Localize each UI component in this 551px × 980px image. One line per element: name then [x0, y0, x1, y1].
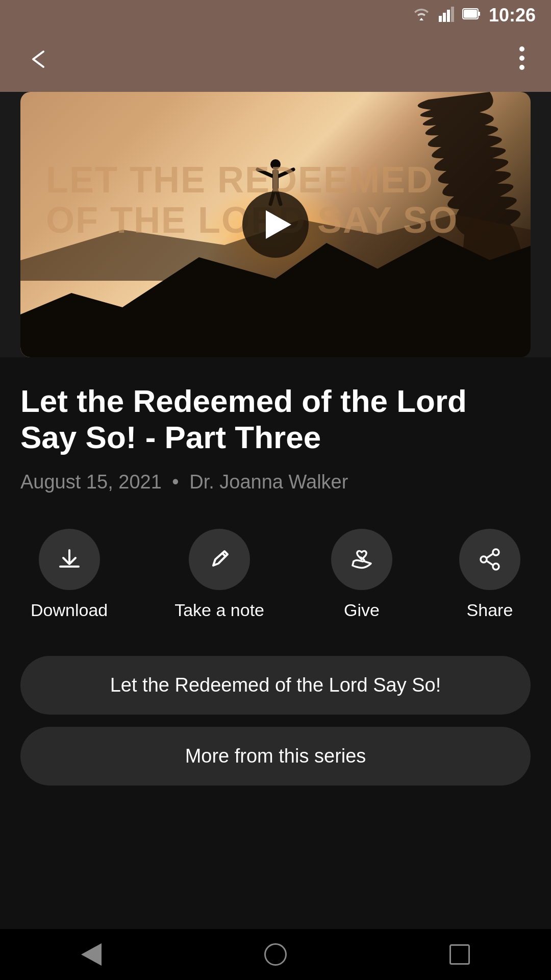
nav-back-button[interactable]: [76, 938, 107, 971]
svg-rect-0: [439, 16, 442, 22]
take-note-button[interactable]: Take a note: [174, 529, 264, 620]
note-label: Take a note: [174, 600, 264, 620]
give-button[interactable]: Give: [331, 529, 392, 620]
give-label: Give: [344, 600, 380, 620]
nav-home-icon: [264, 943, 287, 966]
content-section: Let the Redeemed of the Lord Say So! - P…: [0, 357, 551, 929]
play-icon: [266, 210, 291, 239]
svg-point-17: [493, 564, 499, 570]
give-circle: [331, 529, 392, 590]
svg-point-18: [481, 556, 487, 562]
svg-point-9: [519, 65, 524, 70]
sermon-date: August 15, 2021: [20, 471, 162, 493]
download-button[interactable]: Download: [31, 529, 108, 620]
meta-separator: •: [172, 471, 179, 493]
nav-home-button[interactable]: [259, 938, 292, 971]
nav-recent-button[interactable]: [444, 939, 475, 970]
thumbnail-background: LET THE REDEEMED OF THE LORD SAY SO: [20, 92, 531, 357]
sermon-speaker: Dr. Joanna Walker: [189, 471, 348, 493]
status-icons: 10:26: [412, 5, 536, 26]
page-header: [0, 31, 551, 92]
share-label: Share: [467, 600, 513, 620]
more-options-button[interactable]: [513, 40, 531, 82]
download-icon: [56, 546, 83, 573]
download-circle: [39, 529, 100, 590]
svg-point-8: [519, 56, 524, 61]
note-icon: [206, 546, 233, 573]
svg-rect-3: [451, 7, 454, 22]
share-button[interactable]: Share: [459, 529, 520, 620]
note-circle: [189, 529, 250, 590]
download-label: Download: [31, 600, 108, 620]
signal-icon: [439, 6, 454, 26]
wifi-icon: [412, 7, 431, 24]
sermon-meta: August 15, 2021 • Dr. Joanna Walker: [20, 471, 531, 493]
status-time: 10:26: [489, 5, 536, 26]
svg-rect-5: [478, 12, 480, 16]
svg-rect-2: [447, 10, 450, 22]
series-button-2[interactable]: More from this series: [20, 727, 531, 786]
nav-back-icon: [81, 943, 102, 966]
svg-point-7: [519, 46, 524, 52]
bottom-nav: [0, 929, 551, 980]
share-icon: [477, 546, 503, 573]
share-circle: [459, 529, 520, 590]
svg-rect-1: [443, 13, 446, 22]
nav-recent-icon: [449, 944, 470, 965]
status-bar: 10:26: [0, 0, 551, 31]
play-button[interactable]: [242, 191, 309, 258]
svg-point-16: [493, 549, 499, 555]
actions-row: Download Take a note: [20, 529, 531, 620]
back-button[interactable]: [20, 41, 56, 81]
battery-icon: [462, 7, 481, 24]
series-button-1[interactable]: Let the Redeemed of the Lord Say So!: [20, 656, 531, 715]
sermon-title: Let the Redeemed of the Lord Say So! - P…: [20, 383, 531, 456]
svg-rect-6: [464, 10, 477, 18]
give-icon: [348, 546, 375, 573]
video-thumbnail: LET THE REDEEMED OF THE LORD SAY SO: [20, 92, 531, 357]
